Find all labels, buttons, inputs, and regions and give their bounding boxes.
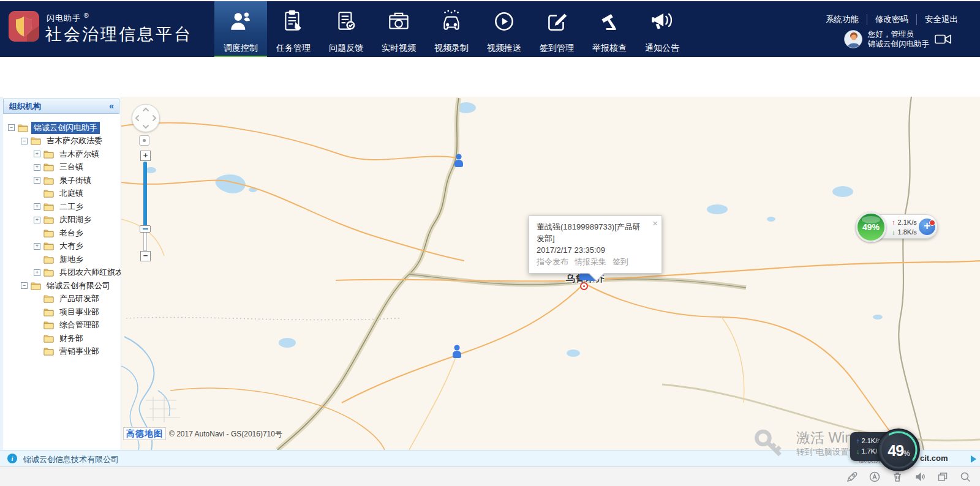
top-link-修改密码[interactable]: 修改密码: [867, 14, 916, 25]
tree-item-label[interactable]: 营销事业部: [57, 345, 102, 357]
tree-item-老台乡[interactable]: 老台乡: [4, 226, 119, 240]
tree-item-label[interactable]: 三台镇: [57, 161, 86, 173]
map-provider-logo[interactable]: 高德地图: [123, 427, 166, 440]
tree-item-二工乡[interactable]: +二工乡: [4, 200, 119, 214]
tree-item-大有乡[interactable]: +大有乡: [4, 240, 119, 253]
tree-item-label[interactable]: 锦诚云创有限公司: [44, 280, 113, 292]
tree-item-label[interactable]: 锦诚云创闪电助手: [31, 122, 100, 134]
tree-item-label[interactable]: 新地乡: [57, 253, 86, 266]
tree-item-北庭镇[interactable]: 北庭镇: [4, 187, 119, 201]
red-location-marker[interactable]: [580, 282, 588, 290]
folder-icon: [43, 321, 54, 329]
top-link-安全退出[interactable]: 安全退出: [916, 14, 966, 25]
user-box[interactable]: 您好，管理员 锦诚云创闪电助手: [844, 29, 951, 50]
expand-node-icon[interactable]: +: [34, 177, 40, 184]
tree-item-label[interactable]: 吉木萨尔镇: [57, 148, 102, 160]
nav-item-视频推送[interactable]: 视频推送: [478, 1, 530, 58]
tree-item-label[interactable]: 北庭镇: [57, 187, 86, 200]
tree-item-财务部[interactable]: 财务部: [4, 332, 119, 345]
rocket-icon[interactable]: [846, 471, 858, 483]
tree-item-兵团农六师红旗农场[interactable]: +兵团农六师红旗农场: [4, 266, 119, 280]
tooltip-action-签到[interactable]: 签到: [612, 257, 628, 266]
expand-node-icon[interactable]: +: [34, 243, 40, 250]
sidebar-title: 组织机构 «: [3, 99, 119, 114]
play-arrow-icon[interactable]: [971, 455, 976, 463]
tree-item-label[interactable]: 庆阳湖乡: [57, 214, 94, 226]
tree-item-营销事业部[interactable]: 营销事业部: [4, 345, 119, 359]
tree-item-吉木萨尔镇[interactable]: +吉木萨尔镇: [4, 148, 119, 161]
tree-item-label[interactable]: 泉子街镇: [57, 174, 94, 187]
zoom-in-button[interactable]: +: [140, 151, 151, 161]
tree-item-label[interactable]: 财务部: [57, 332, 86, 345]
collapse-node-icon[interactable]: −: [21, 282, 28, 289]
tree-item-庆阳湖乡[interactable]: +庆阳湖乡: [4, 214, 119, 227]
collapse-node-icon[interactable]: −: [21, 138, 28, 144]
top-navbar: 闪电助手 ® 社会治理信息平台 调度控制任务管理问题反馈实时视频视频录制视频推送…: [0, 0, 980, 57]
tree-item-新地乡[interactable]: 新地乡: [4, 253, 119, 266]
trash-icon[interactable]: [891, 471, 903, 483]
speaker-icon[interactable]: [914, 471, 926, 483]
tree-item-label[interactable]: 二工乡: [57, 201, 86, 213]
brand-platform-name: 社会治理信息平台: [45, 23, 192, 45]
zoom-slider-track[interactable]: [143, 162, 147, 226]
add-button[interactable]: +: [919, 219, 935, 235]
top-links: 系统功能修改密码安全退出: [818, 14, 966, 25]
info-icon: i: [7, 454, 17, 463]
search-icon[interactable]: [959, 471, 971, 483]
tree-item-项目事业部[interactable]: 项目事业部: [4, 305, 119, 319]
tree-item-label[interactable]: 吉木萨尔政法委: [44, 135, 105, 147]
nav-item-label: 问题反馈: [329, 43, 363, 54]
close-icon[interactable]: ×: [652, 219, 658, 228]
zoom-slider-handle[interactable]: [140, 225, 151, 233]
map-attribution: © 2017 AutoNavi - GS(2016)710号: [169, 429, 282, 439]
map-canvas[interactable]: + − 乌鲁木齐 × 董战强(18199989733)[产品研发部] 2017/…: [121, 97, 980, 450]
tree-item-吉木萨尔政法委[interactable]: −吉木萨尔政法委: [4, 135, 119, 148]
tree-item-锦诚云创有限公司[interactable]: −锦诚云创有限公司: [4, 279, 119, 293]
map-pan-control[interactable]: [132, 104, 160, 132]
tree-item-三台镇[interactable]: +三台镇: [4, 161, 119, 174]
tree-item-产品研发部[interactable]: 产品研发部: [4, 293, 119, 306]
download-arrow-icon: ↓: [892, 228, 895, 236]
nav-item-问题反馈[interactable]: 问题反馈: [320, 1, 372, 58]
nav-item-视频录制[interactable]: 视频录制: [425, 1, 478, 58]
accelerate-icon[interactable]: [869, 471, 881, 483]
expand-node-icon[interactable]: +: [34, 164, 40, 171]
corner-speed-ball[interactable]: 49%: [877, 428, 920, 471]
tree-item-label[interactable]: 产品研发部: [57, 293, 102, 305]
person-marker[interactable]: [450, 344, 464, 359]
tree-item-label[interactable]: 老台乡: [57, 227, 86, 239]
person-marker[interactable]: [451, 153, 466, 168]
expand-node-icon[interactable]: +: [34, 269, 40, 276]
tooltip-actions: 指令发布情报采集签到: [537, 256, 648, 268]
expand-node-icon[interactable]: +: [34, 217, 40, 223]
expand-node-icon[interactable]: +: [34, 151, 40, 157]
tree-item-label[interactable]: 综合管理部: [57, 319, 102, 331]
nav-item-实时视频[interactable]: 实时视频: [372, 1, 425, 58]
nav-item-举报核查[interactable]: 举报核查: [583, 1, 636, 58]
nav-item-label: 调度控制: [224, 43, 258, 54]
tooltip-action-指令发布[interactable]: 指令发布: [537, 257, 568, 266]
nav-item-签到管理[interactable]: 签到管理: [530, 1, 583, 58]
tree-item-泉子街镇[interactable]: +泉子街镇: [4, 174, 119, 187]
expand-node-icon[interactable]: +: [34, 203, 40, 210]
map-locate-button[interactable]: [139, 135, 149, 146]
nav-item-通知公告[interactable]: 通知公告: [636, 1, 688, 58]
top-link-系统功能[interactable]: 系统功能: [818, 14, 867, 25]
org-sidebar: 组织机构 « −锦诚云创闪电助手−吉木萨尔政法委+吉木萨尔镇+三台镇+泉子街镇北…: [3, 97, 121, 450]
tree-item-锦诚云创闪电助手[interactable]: −锦诚云创闪电助手: [4, 121, 119, 135]
zoom-out-button[interactable]: −: [140, 251, 151, 261]
tree-item-综合管理部[interactable]: 综合管理部: [4, 319, 119, 332]
collapse-node-icon[interactable]: −: [8, 124, 15, 131]
nav-item-任务管理[interactable]: 任务管理: [267, 1, 320, 58]
nav-item-调度控制[interactable]: 调度控制: [214, 1, 267, 58]
tree-item-label[interactable]: 项目事业部: [57, 306, 102, 318]
collapse-sidebar-icon[interactable]: «: [109, 99, 114, 113]
speed-ball-percent[interactable]: 49%: [856, 212, 886, 242]
nav-item-label: 通知公告: [645, 43, 679, 54]
speed-ball-widget[interactable]: 49% ↑2.1K/s ↓1.8K/s +: [857, 214, 938, 239]
tree-item-label[interactable]: 大有乡: [57, 240, 86, 252]
report-check-icon: [597, 9, 622, 34]
tooltip-action-情报采集[interactable]: 情报采集: [575, 257, 606, 266]
video-camera-icon[interactable]: [935, 34, 951, 45]
window-icon[interactable]: [937, 471, 949, 483]
